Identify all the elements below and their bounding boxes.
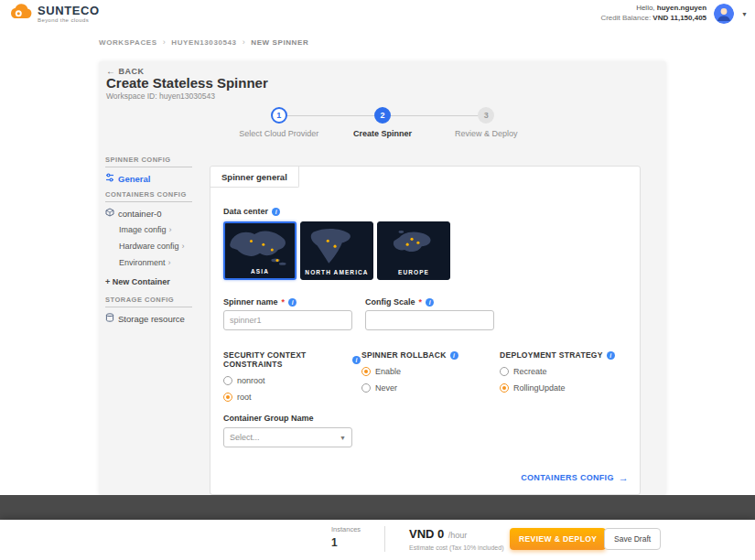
breadcrumb-workspaces[interactable]: WORKSPACES	[99, 38, 157, 47]
region-north-america[interactable]: NORTH AMERICA	[300, 221, 373, 280]
screen: SUNTECO Beyond the clouds Hello, huyen.n…	[0, 0, 755, 560]
info-icon[interactable]: i	[288, 298, 297, 307]
spinner-name-field: Spinner name * i	[223, 297, 352, 330]
data-center-options: ASIA NORTH AMERICA	[223, 221, 450, 280]
security-context-title: SECURITY CONTEXT CONSTRAINTS i	[223, 350, 361, 369]
price-block: VND 0 /hour Estimate cost (Tax 10% inclu…	[409, 525, 504, 551]
price-note: Estimate cost (Tax 10% included)	[409, 544, 504, 551]
stepper: 1 Select Cloud Provider 2 Create Spinner…	[227, 107, 538, 138]
config-scale-input[interactable]	[365, 310, 494, 330]
config-sidebar: SPINNER CONFIG General CONTAINERS CONFIG…	[105, 156, 192, 330]
spinner-config-header: SPINNER CONFIG	[105, 156, 192, 167]
brand-name: SUNTECO	[38, 5, 100, 16]
top-bar: SUNTECO Beyond the clouds Hello, huyen.n…	[0, 0, 755, 27]
radio-recreate[interactable]: Recreate	[500, 367, 637, 376]
sidebar-item-general[interactable]: General	[105, 173, 192, 184]
radio-rollingupdate[interactable]: RollingUpdate	[500, 383, 637, 393]
price-value: VND 0	[409, 527, 444, 541]
deployment-strategy-section: DEPLOYMENT STRATEGY i Recreate RollingUp…	[500, 350, 637, 393]
info-icon[interactable]: i	[426, 298, 434, 307]
spinner-name-input[interactable]	[223, 310, 352, 330]
card-title: Spinner general	[210, 167, 299, 188]
containers-config-link[interactable]: CONTAINERS CONFIG →	[521, 472, 629, 483]
storage-database-icon	[105, 313, 114, 324]
sunteco-logo[interactable]: SUNTECO Beyond the clouds	[0, 4, 100, 25]
storage-config-header: STORAGE CONFIG	[105, 296, 192, 307]
breadcrumb-new-spinner: NEW SPINNER	[251, 38, 308, 47]
credit-balance: Credit Balance: VND 11,150,405	[600, 14, 706, 24]
greeting-text: Hello, huyen.nguyen	[600, 4, 706, 14]
instances-value: 1	[331, 536, 361, 549]
workspace-id: Workspace ID: huyen13030543	[106, 92, 215, 101]
chevron-right-icon: ›	[168, 258, 171, 267]
data-center-label: Data center i	[223, 207, 280, 216]
radio-nonroot[interactable]: nonroot	[223, 376, 361, 385]
radio-icon	[361, 367, 371, 376]
cloud-logo-icon	[7, 4, 33, 25]
footer-divider	[384, 526, 385, 552]
brand-tagline: Beyond the clouds	[38, 17, 100, 23]
config-scale-field: Config Scale * i	[365, 297, 494, 330]
sidebar-item-environment[interactable]: Environment ›	[119, 258, 192, 267]
step-review-deploy[interactable]: 3 Review & Deploy	[435, 107, 538, 138]
main-panel: ← BACK Create Stateless Spinner Workspac…	[99, 61, 666, 495]
radio-icon	[361, 383, 371, 393]
chevron-down-icon[interactable]: ▼	[741, 11, 748, 17]
info-icon[interactable]: i	[352, 356, 361, 364]
spinner-rollback-title: SPINNER ROLLBACK i	[361, 350, 499, 360]
container-group-field: Container Group Name Select... ▼	[223, 414, 352, 447]
security-context-section: SECURITY CONTEXT CONSTRAINTS i nonroot r…	[223, 350, 361, 402]
info-icon[interactable]: i	[272, 208, 280, 216]
config-scale-label: Config Scale * i	[365, 297, 494, 307]
breadcrumb-separator-icon: ›	[243, 38, 246, 47]
info-icon[interactable]: i	[450, 351, 458, 360]
sidebar-item-container-0[interactable]: container-0	[105, 208, 192, 219]
price-unit: /hour	[448, 531, 468, 540]
new-container-button[interactable]: + New Container	[105, 277, 192, 286]
breadcrumb-workspace-id[interactable]: HUYEN13030543	[171, 38, 236, 47]
spinner-name-label: Spinner name * i	[223, 297, 352, 307]
dark-background-strip	[0, 495, 755, 520]
radio-icon	[500, 383, 509, 393]
region-asia[interactable]: ASIA	[223, 221, 297, 280]
save-draft-button[interactable]: Save Draft	[604, 528, 661, 550]
container-group-select[interactable]: Select... ▼	[223, 427, 352, 447]
radio-icon	[223, 376, 232, 385]
containers-config-header: CONTAINERS CONFIG	[105, 190, 192, 202]
sidebar-item-storage-resource[interactable]: Storage resource	[105, 313, 192, 324]
radio-enable[interactable]: Enable	[361, 367, 499, 376]
page-title: Create Stateless Spinner	[106, 75, 268, 91]
breadcrumb: WORKSPACES › HUYEN13030543 › NEW SPINNER	[99, 38, 308, 47]
radio-never[interactable]: Never	[361, 383, 499, 393]
sidebar-item-image-config[interactable]: Image config ›	[119, 225, 192, 234]
arrow-right-icon: →	[619, 472, 629, 483]
instances-label: Instances	[331, 525, 361, 533]
radio-root[interactable]: root	[223, 393, 361, 402]
region-europe[interactable]: EUROPE	[377, 221, 450, 280]
sidebar-item-hardware-config[interactable]: Hardware config ›	[119, 242, 192, 251]
step-select-cloud-provider[interactable]: 1 Select Cloud Provider	[227, 107, 330, 138]
footer-bar: Instances 1 VND 0 /hour Estimate cost (T…	[0, 520, 755, 560]
container-cube-icon	[105, 208, 114, 219]
container-group-label: Container Group Name	[223, 414, 352, 423]
step-create-spinner[interactable]: 2 Create Spinner	[330, 107, 434, 138]
chevron-right-icon: ›	[182, 242, 185, 251]
breadcrumb-separator-icon: ›	[163, 38, 167, 47]
avatar[interactable]	[714, 4, 734, 24]
radio-icon	[223, 393, 232, 402]
chevron-down-icon: ▼	[340, 435, 346, 441]
radio-icon	[500, 367, 509, 376]
spinner-general-card: Spinner general Data center i	[210, 166, 641, 495]
instances-block: Instances 1	[331, 525, 361, 549]
info-icon[interactable]: i	[607, 351, 615, 360]
general-settings-icon	[105, 173, 114, 184]
deployment-strategy-title: DEPLOYMENT STRATEGY i	[500, 350, 637, 360]
spinner-rollback-section: SPINNER ROLLBACK i Enable Never	[361, 350, 499, 393]
chevron-right-icon: ›	[169, 225, 172, 234]
review-deploy-button[interactable]: REVIEW & DEPLOY	[510, 528, 606, 550]
